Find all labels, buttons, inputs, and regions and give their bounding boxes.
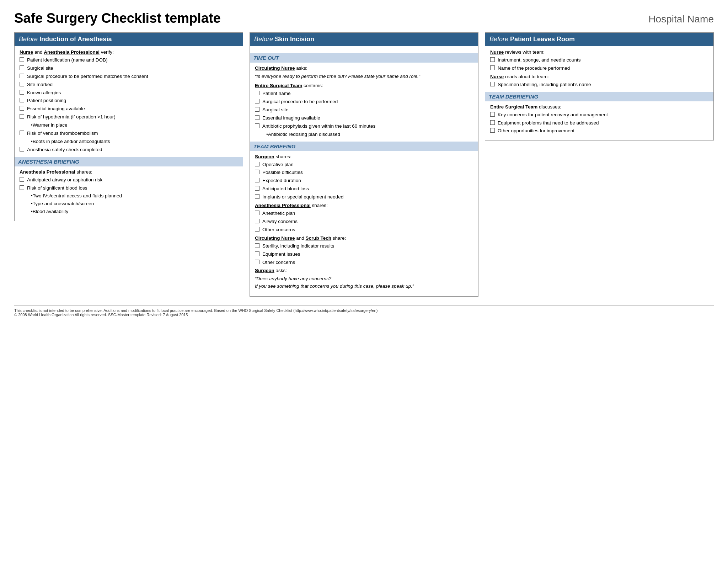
list-item: Key concerns for patient recovery and ma… [490,112,708,118]
page-header: Safe Surgery Checklist template Hospital… [14,11,714,26]
checkbox[interactable] [255,162,259,166]
checkbox[interactable] [490,112,495,117]
checkbox[interactable] [490,57,495,62]
list-item: Other opportunities for improvement [490,128,708,134]
list-item: Equipment problems that need to be addre… [490,120,708,127]
checkbox[interactable] [20,131,24,135]
col-header-col1: Before Induction of Anesthesia [15,33,243,46]
list-item: Sterility, including indicator results [255,243,473,250]
sub-list-item: Type and crossmatch/screen [31,201,238,207]
list-item: Airway concerns [255,218,473,225]
list-item: Risk of hypothermia (if operation >1 hou… [20,114,238,121]
checkbox[interactable] [255,251,259,256]
checkbox[interactable] [255,219,259,223]
list-item: Surgical procedure to be performed [255,99,473,105]
checkbox[interactable] [20,147,24,152]
sub-list-item: Blood availability [31,208,238,215]
list-item: Surgical site [20,65,238,72]
list-item: Essential imaging available [20,106,238,112]
column-col2: Before Skin IncisionTIME OUTCirculating … [250,32,478,297]
checkbox[interactable] [20,74,24,78]
sub-list-item: Boots in place and/or anticoagulants [31,138,238,145]
footer-line2: © 2008 World Health Organization All rig… [14,313,714,317]
list-item: Name of the procedure performed [490,65,708,72]
list-item: Known allergies [20,90,238,96]
checkbox[interactable] [20,65,24,70]
list-item: Instrument, sponge, and needle counts [490,57,708,64]
sub-list-item: Antibiotic redosing plan discussed [266,131,473,138]
checkbox[interactable] [20,114,24,119]
col-header-col3: Before Patient Leaves Room [485,33,713,46]
list-item: Patient name [255,90,473,97]
col-body-col3: Nurse reviews with team:Instrument, spon… [485,46,713,140]
list-item: Risk of significant blood loss [20,185,238,192]
list-item: Site marked [20,81,238,88]
checkbox[interactable] [255,91,259,95]
checkbox[interactable] [20,185,24,190]
list-item: Other concerns [255,259,473,266]
checkbox[interactable] [255,115,259,120]
footer: This checklist is not intended to be com… [14,305,714,317]
checkbox[interactable] [20,90,24,95]
checkbox[interactable] [490,120,495,125]
list-item: Other concerns [255,227,473,233]
hospital-name: Hospital Name [648,14,714,25]
checkbox[interactable] [255,99,259,103]
list-item: Anticipated airway or aspiration risk [20,177,238,184]
checkbox[interactable] [255,186,259,191]
checkbox[interactable] [255,107,259,112]
columns-container: Before Induction of AnesthesiaNurse and … [14,32,714,297]
checkbox[interactable] [255,170,259,174]
checkbox[interactable] [20,82,24,86]
checkbox[interactable] [255,211,259,215]
list-item: Patient identification (name and DOB) [20,57,238,64]
checkbox[interactable] [255,260,259,264]
checkbox[interactable] [20,98,24,102]
list-item: Operative plan [255,161,473,168]
list-item: Anticipated blood loss [255,186,473,192]
list-item: Equipment issues [255,251,473,258]
checkbox[interactable] [20,177,24,182]
list-item: Implants or special equipment needed [255,194,473,201]
list-item: Anesthetic plan [255,210,473,217]
checkbox[interactable] [255,178,259,182]
column-col1: Before Induction of AnesthesiaNurse and … [14,32,243,221]
checkbox[interactable] [20,106,24,111]
checkbox[interactable] [255,194,259,199]
col-body-col2: TIME OUTCirculating Nurse asks:“Is every… [250,46,478,296]
col-body-col1: Nurse and Anesthesia Professional verify… [15,46,243,221]
checkbox[interactable] [490,128,495,133]
list-item: Essential imaging available [255,115,473,122]
list-item: Expected duration [255,177,473,184]
main-title: Safe Surgery Checklist template [14,11,221,26]
sub-list-item: Warmer in place [31,122,238,129]
list-item: Patient positioning [20,97,238,104]
list-item: Anesthesia safety check completed [20,147,238,153]
list-item: Risk of venous thromboembolism [20,130,238,137]
list-item: Surgical procedure to be performed match… [20,73,238,80]
col-header-col2: Before Skin Incision [250,33,478,46]
column-col3: Before Patient Leaves RoomNurse reviews … [485,32,714,140]
checkbox[interactable] [255,123,259,128]
checkbox[interactable] [255,227,259,232]
checkbox[interactable] [20,57,24,62]
checkbox[interactable] [490,65,495,70]
footer-line1: This checklist is not intended to be com… [14,308,714,313]
list-item: Specimen labeling, including patient’s n… [490,81,708,88]
list-item: Possible difficulties [255,169,473,176]
sub-list-item: Two IVs/central access and fluids planne… [31,193,238,200]
list-item: Antibiotic prophylaxis given within the … [255,123,473,130]
checkbox[interactable] [255,243,259,248]
list-item: Surgical site [255,107,473,113]
checkbox[interactable] [490,82,495,86]
